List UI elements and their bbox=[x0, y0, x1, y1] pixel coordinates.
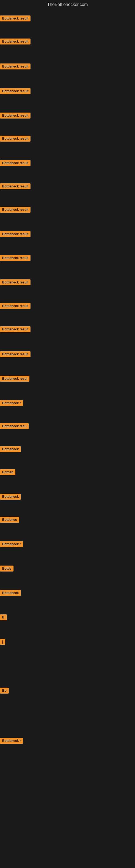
bottleneck-item: Bottleneck bbox=[0, 446, 21, 452]
bottleneck-badge: Bottleneck result bbox=[0, 16, 31, 22]
bottleneck-item: Bottleneck result bbox=[0, 113, 31, 119]
bottleneck-item: Bottleneck result bbox=[0, 303, 31, 309]
bottleneck-badge: Bottleneck result bbox=[0, 279, 31, 285]
bottleneck-item: Bo bbox=[0, 688, 9, 693]
bottleneck-item: Bottleneck result bbox=[0, 183, 31, 189]
bottleneck-badge: Bottleneck result bbox=[0, 303, 31, 309]
bottleneck-badge: Bottleneck result bbox=[0, 183, 31, 189]
bottleneck-item: Bottleneck result bbox=[0, 160, 31, 166]
bottleneck-badge: Bottleneck r bbox=[0, 400, 23, 406]
bottleneck-badge: Bottleneck resu bbox=[0, 423, 29, 429]
bottleneck-badge: Bottleneck result bbox=[0, 113, 31, 119]
bottleneck-badge: Bottleneck r bbox=[0, 541, 23, 547]
bottleneck-badge: Bottleneck result bbox=[0, 38, 31, 44]
bottleneck-item: Bottleneck r bbox=[0, 541, 23, 547]
bottleneck-item: | bbox=[0, 639, 5, 645]
site-title: TheBottlenecker.com bbox=[0, 0, 135, 9]
bottleneck-badge: Bottleneck bbox=[0, 446, 21, 452]
bottleneck-badge: Bottleneck result bbox=[0, 160, 31, 166]
bottleneck-item: Bottleneck result bbox=[0, 207, 31, 213]
bottleneck-badge: Bottleneck r bbox=[0, 738, 23, 744]
bottleneck-badge: Bottleneck result bbox=[0, 63, 31, 69]
bottleneck-item: Bottleneck result bbox=[0, 231, 31, 237]
bottleneck-item: Bottleneck result bbox=[0, 16, 31, 22]
bottleneck-badge: Bo bbox=[0, 688, 9, 693]
bottleneck-item: Bottleneck r bbox=[0, 400, 23, 406]
bottleneck-item: Bottle bbox=[0, 565, 13, 571]
bottleneck-item: Bottleneck result bbox=[0, 279, 31, 285]
bottleneck-badge: Bottleneck result bbox=[0, 326, 31, 332]
bottleneck-item: Bottlen bbox=[0, 469, 15, 475]
bottleneck-item: Bottleneck r bbox=[0, 738, 23, 744]
bottleneck-badge: Bottleneck resul bbox=[0, 376, 30, 382]
bottleneck-badge: Bottleneck bbox=[0, 590, 21, 596]
bottleneck-item: Bottleneck result bbox=[0, 351, 31, 357]
bottleneck-item: Bottleneck result bbox=[0, 135, 31, 142]
bottleneck-item: Bottleneck resu bbox=[0, 423, 29, 429]
bottleneck-badge: Bottlenec bbox=[0, 517, 19, 523]
bottleneck-item: Bottleneck bbox=[0, 494, 21, 500]
bottleneck-item: Bottleneck result bbox=[0, 255, 31, 261]
bottleneck-badge: Bottleneck result bbox=[0, 135, 31, 142]
bottleneck-item: Bottleneck resul bbox=[0, 376, 30, 382]
bottleneck-item: Bottleneck bbox=[0, 590, 21, 596]
bottleneck-badge: | bbox=[0, 639, 5, 645]
bottleneck-badge: Bottlen bbox=[0, 469, 15, 475]
bottleneck-item: Bottleneck result bbox=[0, 63, 31, 69]
bottleneck-item: Bottleneck result bbox=[0, 326, 31, 332]
bottleneck-badge: Bottleneck result bbox=[0, 207, 31, 213]
bottleneck-badge: B bbox=[0, 614, 7, 620]
bottleneck-badge: Bottleneck result bbox=[0, 231, 31, 237]
bottleneck-badge: Bottleneck result bbox=[0, 88, 31, 94]
bottleneck-badge: Bottleneck result bbox=[0, 351, 31, 357]
bottleneck-badge: Bottle bbox=[0, 565, 13, 571]
bottleneck-item: B bbox=[0, 614, 7, 620]
bottleneck-item: Bottleneck result bbox=[0, 88, 31, 94]
bottleneck-item: Bottleneck result bbox=[0, 38, 31, 44]
bottleneck-badge: Bottleneck result bbox=[0, 255, 31, 261]
bottleneck-badge: Bottleneck bbox=[0, 494, 21, 500]
bottleneck-item: Bottlenec bbox=[0, 517, 19, 523]
